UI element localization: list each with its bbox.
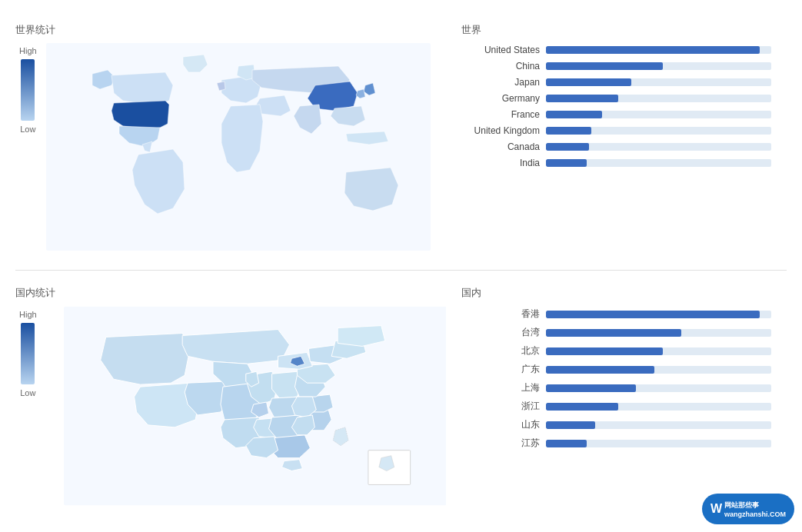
world-bar-label: United Kingdom [461, 125, 546, 136]
world-bar-track [546, 78, 771, 86]
china-bar-fill [546, 347, 663, 355]
china-bar-row: 广东 [461, 363, 771, 376]
china-bar-fill [546, 384, 636, 392]
world-chart-title: 世界 [461, 23, 771, 37]
world-bar-row: United Kingdom [461, 125, 771, 136]
china-bar-label: 山东 [461, 418, 546, 431]
world-bar-track [546, 62, 771, 70]
world-bar-track [546, 127, 771, 135]
world-bar-label: France [461, 109, 546, 120]
china-bar-fill [546, 311, 760, 318]
china-bar-row: 台湾 [461, 326, 771, 339]
china-legend-low: Low [20, 388, 35, 397]
china-bar-fill [546, 329, 681, 337]
world-bar-row: Canada [461, 141, 771, 152]
watermark: W 网站那些事wangzhanshi.COM [702, 494, 794, 524]
world-bar-chart: United States China Japan Germany France [461, 45, 771, 168]
world-bar-fill [546, 46, 760, 54]
world-bar-row: India [461, 158, 771, 168]
world-bar-label: India [461, 158, 546, 168]
world-legend-high: High [19, 46, 37, 55]
world-bar-label: United States [461, 45, 546, 55]
china-bar-label: 浙江 [461, 400, 546, 413]
china-bar-label: 广东 [461, 363, 546, 376]
china-bar-label: 上海 [461, 381, 546, 394]
china-map-panel: 国内统计 High Low [15, 278, 446, 514]
world-legend-bar [21, 59, 35, 121]
china-bar-chart: 香港 台湾 北京 广东 上海 浙江 [461, 308, 771, 450]
china-legend: High Low [19, 310, 37, 397]
world-bar-fill [546, 78, 631, 86]
world-section-title: 世界统计 [15, 23, 446, 37]
china-bar-row: 浙江 [461, 400, 771, 413]
world-bar-fill [546, 159, 587, 167]
china-legend-high: High [19, 310, 37, 319]
world-bar-track [546, 46, 771, 54]
china-bar-track [546, 366, 771, 374]
china-chart-panel: 国内 香港 台湾 北京 广东 上海 [446, 278, 787, 514]
world-bar-fill [546, 95, 618, 102]
china-bar-track [546, 440, 771, 447]
world-bar-label: Canada [461, 141, 546, 152]
page: 世界统计 High Low [0, 0, 802, 532]
china-bar-row: 江苏 [461, 437, 771, 450]
world-chart-panel: 世界 United States China Japan Germany Fra… [446, 15, 787, 258]
world-bar-row: Germany [461, 93, 771, 104]
world-section: 世界统计 High Low [15, 15, 787, 271]
world-bar-track [546, 159, 771, 167]
world-legend-low: Low [20, 125, 35, 134]
china-bar-fill [546, 403, 618, 411]
china-bar-fill [546, 366, 654, 374]
world-map-svg [46, 43, 431, 251]
world-legend: High Low [19, 46, 37, 134]
world-bar-fill [546, 143, 589, 151]
world-bar-track [546, 95, 771, 102]
china-bar-track [546, 421, 771, 429]
world-bar-row: Japan [461, 77, 771, 88]
china-bar-label: 北京 [461, 344, 546, 357]
world-map [46, 43, 431, 251]
china-bar-row: 上海 [461, 381, 771, 394]
china-bar-label: 香港 [461, 308, 546, 321]
china-bar-track [546, 311, 771, 318]
china-bar-track [546, 347, 771, 355]
world-bar-label: China [461, 61, 546, 71]
china-bar-fill [546, 440, 587, 447]
china-bar-label: 江苏 [461, 437, 546, 450]
world-bar-row: China [461, 61, 771, 71]
world-bar-fill [546, 127, 591, 135]
china-bar-track [546, 384, 771, 392]
china-bar-label: 台湾 [461, 326, 546, 339]
world-bar-row: France [461, 109, 771, 120]
china-section: 国内统计 High Low [15, 278, 787, 525]
china-section-title: 国内统计 [15, 286, 446, 300]
world-map-panel: 世界统计 High Low [15, 15, 446, 258]
world-bar-track [546, 111, 771, 118]
world-bar-fill [546, 111, 602, 118]
china-bar-row: 北京 [461, 344, 771, 357]
world-bar-row: United States [461, 45, 771, 55]
world-bar-fill [546, 62, 663, 70]
china-map-svg [64, 306, 446, 506]
china-bar-track [546, 403, 771, 411]
china-bar-fill [546, 421, 595, 429]
world-bar-track [546, 143, 771, 151]
world-bar-label: Japan [461, 77, 546, 88]
china-bar-row: 山东 [461, 418, 771, 431]
china-bar-track [546, 329, 771, 337]
world-bar-label: Germany [461, 93, 546, 104]
china-chart-title: 国内 [461, 286, 771, 300]
china-legend-bar [21, 323, 35, 384]
china-bar-row: 香港 [461, 308, 771, 321]
china-map [64, 306, 446, 506]
